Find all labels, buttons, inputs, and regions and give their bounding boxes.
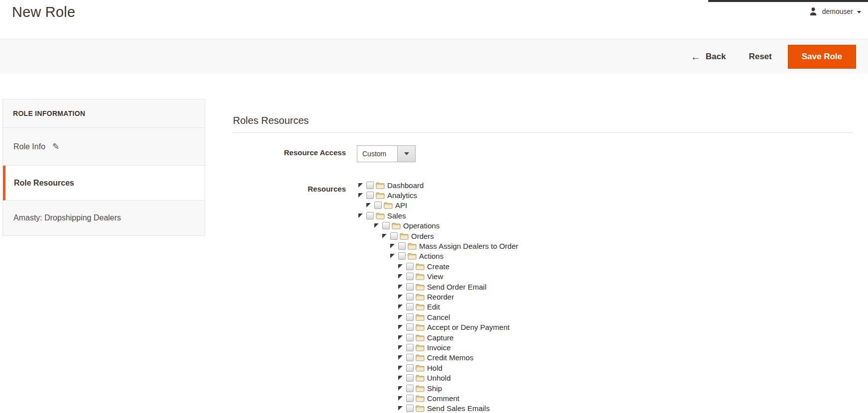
collapse-arrow-icon[interactable] — [398, 264, 403, 269]
tree-node-row[interactable]: Orders — [358, 231, 518, 241]
tree-node-row[interactable]: Send Sales Emails — [358, 404, 518, 413]
tree-node-row[interactable]: Hold — [358, 363, 518, 373]
collapse-arrow-icon[interactable] — [390, 254, 395, 258]
tree-node-row[interactable]: Analytics — [358, 190, 518, 200]
tree-node-label[interactable]: Sales — [387, 211, 406, 220]
tree-node-label[interactable]: Capture — [427, 333, 453, 342]
collapse-arrow-icon[interactable] — [398, 315, 403, 319]
tree-node-label[interactable]: Hold — [427, 364, 442, 372]
sidebar-item-amasty-dropshipping-dealers[interactable]: Amasty: Dropshipping Dealers ✎ — [3, 201, 205, 235]
tree-node-row[interactable]: Comment — [358, 393, 518, 403]
save-role-button[interactable]: Save Role — [788, 45, 856, 69]
collapse-arrow-icon[interactable] — [358, 183, 363, 188]
resource-checkbox[interactable] — [374, 202, 382, 209]
resource-checkbox[interactable] — [382, 222, 390, 229]
collapse-arrow-icon[interactable] — [398, 396, 403, 401]
tree-node-row[interactable]: API — [358, 201, 518, 210]
tree-node-label[interactable]: Comment — [427, 394, 459, 403]
sidebar-item-role-resources[interactable]: Role Resources ✎ — [3, 166, 205, 201]
tree-node-row[interactable]: Unhold — [358, 373, 518, 383]
tree-node-label[interactable]: Invoice — [427, 343, 451, 352]
user-menu[interactable]: demouser — [808, 5, 861, 18]
collapse-arrow-icon[interactable] — [382, 234, 387, 238]
resource-checkbox[interactable] — [406, 395, 414, 402]
collapse-arrow-icon[interactable] — [358, 193, 363, 198]
tree-node-row[interactable]: Operations — [358, 221, 518, 231]
tree-node-row[interactable]: Actions — [358, 251, 518, 261]
resource-checkbox[interactable] — [406, 364, 414, 372]
collapse-arrow-icon[interactable] — [398, 285, 403, 289]
tree-node-label[interactable]: Actions — [419, 252, 443, 260]
tree-node-label[interactable]: Mass Assign Dealers to Order — [419, 242, 518, 250]
select-dropdown-button[interactable] — [397, 146, 415, 162]
tree-node-row[interactable]: Create — [358, 261, 518, 271]
resource-checkbox[interactable] — [406, 354, 414, 361]
resource-checkbox[interactable] — [406, 344, 414, 351]
resource-checkbox[interactable] — [406, 283, 414, 291]
collapse-arrow-icon[interactable] — [358, 213, 363, 218]
collapse-arrow-icon[interactable] — [398, 386, 403, 391]
tree-node-label[interactable]: Orders — [411, 232, 434, 240]
tree-node-label[interactable]: Credit Memos — [427, 353, 473, 362]
tree-node-label[interactable]: View — [427, 272, 443, 281]
tree-node-label[interactable]: Dashboard — [387, 181, 424, 190]
resource-checkbox[interactable] — [406, 263, 414, 270]
resource-checkbox[interactable] — [406, 374, 414, 382]
collapse-arrow-icon[interactable] — [398, 376, 403, 380]
sidebar-item-role-info[interactable]: Role Info ✎ — [3, 128, 205, 166]
collapse-arrow-icon[interactable] — [398, 366, 403, 370]
tree-node-label[interactable]: Reorder — [427, 293, 454, 301]
resource-checkbox[interactable] — [406, 385, 414, 392]
resource-checkbox[interactable] — [406, 273, 414, 280]
resource-checkbox[interactable] — [406, 405, 414, 412]
collapse-arrow-icon[interactable] — [398, 335, 403, 340]
resource-checkbox[interactable] — [406, 313, 414, 321]
tree-node-label[interactable]: Send Order Email — [427, 283, 486, 291]
collapse-arrow-icon[interactable] — [398, 406, 403, 411]
collapse-arrow-icon[interactable] — [398, 355, 403, 360]
collapse-arrow-icon[interactable] — [398, 325, 403, 329]
resource-checkbox[interactable] — [366, 182, 374, 189]
tree-node-label[interactable]: Cancel — [427, 313, 450, 321]
collapse-arrow-icon[interactable] — [398, 274, 403, 279]
tree-node-row[interactable]: Credit Memos — [358, 353, 518, 363]
resource-checkbox[interactable] — [406, 293, 414, 301]
resource-checkbox[interactable] — [406, 323, 414, 331]
resource-checkbox[interactable] — [406, 303, 414, 310]
tree-node-row[interactable]: Dashboard — [358, 180, 518, 190]
tree-node-row[interactable]: Reorder — [358, 292, 518, 302]
tree-node-label[interactable]: Edit — [427, 303, 440, 311]
tree-node-label[interactable]: Send Sales Emails — [427, 404, 490, 413]
back-button[interactable]: ← Back — [691, 52, 726, 62]
tree-node-row[interactable]: Mass Assign Dealers to Order — [358, 241, 518, 251]
collapse-arrow-icon[interactable] — [398, 305, 403, 309]
collapse-arrow-icon[interactable] — [390, 244, 395, 248]
tree-node-label[interactable]: API — [395, 201, 407, 209]
reset-button[interactable]: Reset — [749, 52, 771, 62]
collapse-arrow-icon[interactable] — [398, 345, 403, 350]
tree-node-row[interactable]: View — [358, 272, 518, 282]
tree-node-label[interactable]: Unhold — [427, 374, 451, 382]
resource-checkbox[interactable] — [406, 334, 414, 341]
tree-node-row[interactable]: Invoice — [358, 342, 518, 352]
tree-node-label[interactable]: Operations — [403, 221, 439, 230]
tree-node-row[interactable]: Ship — [358, 383, 518, 393]
tree-node-row[interactable]: Send Order Email — [358, 282, 518, 292]
collapse-arrow-icon[interactable] — [374, 223, 379, 228]
tree-node-row[interactable]: Sales — [358, 210, 518, 220]
tree-node-row[interactable]: Capture — [358, 332, 518, 342]
resource-checkbox[interactable] — [398, 242, 406, 250]
tree-node-row[interactable]: Cancel — [358, 312, 518, 322]
tree-node-row[interactable]: Edit — [358, 302, 518, 312]
collapse-arrow-icon[interactable] — [398, 295, 403, 299]
resource-checkbox[interactable] — [366, 212, 374, 219]
resource-checkbox[interactable] — [398, 252, 406, 260]
tree-node-label[interactable]: Ship — [427, 384, 442, 393]
resource-checkbox[interactable] — [390, 232, 398, 240]
collapse-arrow-icon[interactable] — [366, 203, 371, 207]
resource-checkbox[interactable] — [366, 192, 374, 199]
tree-node-row[interactable]: Accept or Deny Payment — [358, 322, 518, 332]
resource-access-select[interactable]: Custom — [357, 145, 416, 162]
tree-node-label[interactable]: Accept or Deny Payment — [427, 323, 510, 331]
tree-node-label[interactable]: Analytics — [387, 191, 417, 200]
